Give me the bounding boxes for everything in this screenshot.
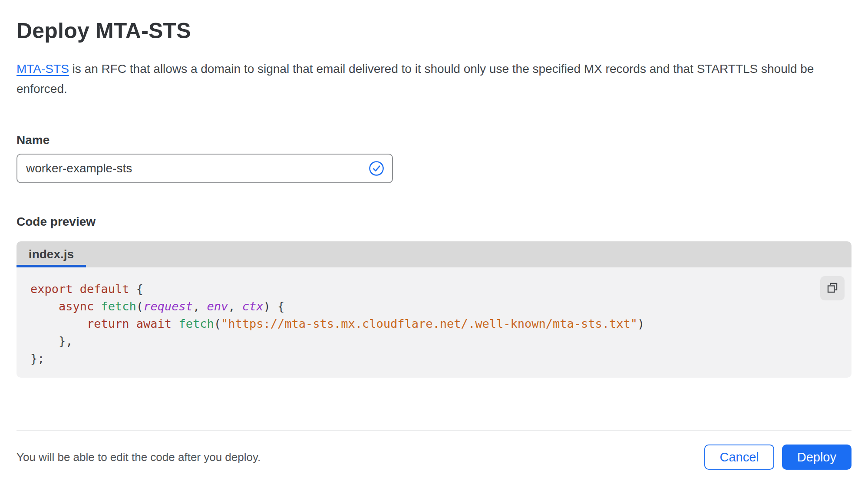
- copy-code-button[interactable]: [820, 276, 845, 300]
- name-input[interactable]: [26, 161, 369, 175]
- tab-index-js[interactable]: index.js: [17, 241, 86, 267]
- page-title: Deploy MTA-STS: [17, 17, 851, 44]
- mta-sts-link[interactable]: MTA-STS: [17, 62, 69, 76]
- code-token: {: [129, 282, 144, 296]
- code-token: },: [30, 334, 73, 348]
- code-line: };: [30, 350, 837, 367]
- code-line: },: [30, 333, 837, 350]
- name-input-container: [17, 154, 393, 183]
- code-token: env: [207, 300, 228, 313]
- code-token: ,: [193, 300, 207, 313]
- code-token: export default: [30, 282, 129, 296]
- code-token: "https://mta-sts.mx.cloudflare.net/.well…: [221, 317, 637, 330]
- code-token: return await: [87, 317, 172, 330]
- code-preview-card: index.js export default { async fetch(re…: [17, 241, 851, 378]
- footer-actions: Cancel Deploy: [704, 445, 851, 470]
- code-token: fetch: [178, 317, 214, 330]
- code-token: (: [214, 317, 221, 330]
- code-token: ) {: [264, 300, 285, 313]
- code-line: async fetch(request, env, ctx) {: [30, 298, 837, 315]
- check-circle-icon: [369, 161, 384, 176]
- code-token: ): [637, 317, 644, 330]
- deploy-button[interactable]: Deploy: [782, 445, 851, 470]
- code-token: fetch: [101, 300, 136, 313]
- code-token: ctx: [242, 300, 264, 313]
- code-token: ,: [228, 300, 242, 313]
- code-token: };: [30, 352, 45, 365]
- code-token: [94, 300, 101, 313]
- code-token: async: [59, 300, 94, 313]
- code-preview-label: Code preview: [17, 214, 851, 229]
- code-token: request: [143, 300, 193, 313]
- code-tab-bar: index.js: [17, 241, 851, 267]
- description-body: is an RFC that allows a domain to signal…: [17, 62, 814, 96]
- code-line: export default {: [30, 280, 837, 298]
- code-token: [30, 317, 87, 330]
- code-token: [30, 300, 59, 313]
- footer-note: You will be able to edit the code after …: [17, 451, 261, 464]
- cancel-button[interactable]: Cancel: [704, 445, 774, 470]
- code-token: (: [136, 300, 143, 313]
- footer-divider: [17, 430, 851, 431]
- copy-icon: [826, 282, 838, 295]
- tab-index-js-label: index.js: [29, 247, 74, 261]
- code-token: [172, 317, 178, 330]
- code-line: return await fetch("https://mta-sts.mx.c…: [30, 315, 837, 333]
- deploy-mta-sts-page: Deploy MTA-STS MTA-STS is an RFC that al…: [0, 0, 868, 470]
- name-field-label: Name: [17, 133, 851, 148]
- footer: You will be able to edit the code after …: [17, 445, 851, 470]
- description-text: MTA-STS is an RFC that allows a domain t…: [17, 59, 842, 99]
- code-editor-preview: export default { async fetch(request, en…: [17, 267, 851, 378]
